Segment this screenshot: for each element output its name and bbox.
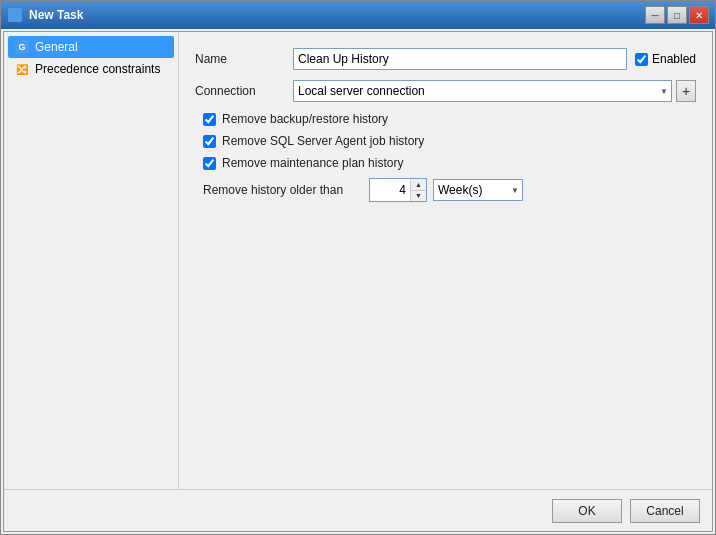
history-number-input[interactable] xyxy=(370,179,410,201)
general-icon: G xyxy=(14,39,30,55)
enabled-check-group: Enabled xyxy=(635,52,696,66)
connection-row: Connection Local server connection + xyxy=(195,80,696,102)
precedence-icon: 🔀 xyxy=(14,61,30,77)
checkbox-sqlagent[interactable] xyxy=(203,135,216,148)
spinner-up-button[interactable]: ▲ xyxy=(410,179,426,191)
checkbox-sqlagent-label: Remove SQL Server Agent job history xyxy=(222,134,424,148)
window-title: New Task xyxy=(29,8,639,22)
checkbox-maintenance[interactable] xyxy=(203,157,216,170)
name-label: Name xyxy=(195,52,285,66)
period-select[interactable]: Day(s) Week(s) Month(s) xyxy=(433,179,523,201)
content-area: G General 🔀 Precedence constraints Name xyxy=(4,32,712,489)
number-input-wrapper: ▲ ▼ xyxy=(369,178,427,202)
enabled-label: Enabled xyxy=(652,52,696,66)
checkbox-row-0: Remove backup/restore history xyxy=(195,112,696,126)
name-input[interactable] xyxy=(293,48,627,70)
sidebar: G General 🔀 Precedence constraints xyxy=(4,32,179,489)
minimize-button[interactable]: ─ xyxy=(645,6,665,24)
footer: OK Cancel xyxy=(4,489,712,531)
connection-select[interactable]: Local server connection xyxy=(293,80,672,102)
window-controls: ─ □ ✕ xyxy=(645,6,709,24)
connection-label: Connection xyxy=(195,84,285,98)
cancel-button[interactable]: Cancel xyxy=(630,499,700,523)
enabled-checkbox[interactable] xyxy=(635,53,648,66)
sidebar-item-precedence[interactable]: 🔀 Precedence constraints xyxy=(8,58,174,80)
history-label: Remove history older than xyxy=(203,183,363,197)
ok-button[interactable]: OK xyxy=(552,499,622,523)
sidebar-label-general: General xyxy=(35,40,78,54)
period-select-wrapper: Day(s) Week(s) Month(s) xyxy=(433,179,523,201)
spinner-buttons: ▲ ▼ xyxy=(410,179,426,201)
checkbox-row-2: Remove maintenance plan history xyxy=(195,156,696,170)
maximize-button[interactable]: □ xyxy=(667,6,687,24)
sidebar-label-precedence: Precedence constraints xyxy=(35,62,160,76)
main-panel: Name Enabled Connection Local server con… xyxy=(179,32,712,489)
history-row: Remove history older than ▲ ▼ Day(s) Wee… xyxy=(195,178,696,202)
name-row: Name Enabled xyxy=(195,48,696,70)
connection-add-button[interactable]: + xyxy=(676,80,696,102)
window-body: G General 🔀 Precedence constraints Name xyxy=(3,31,713,532)
new-task-window: New Task ─ □ ✕ G General 🔀 xyxy=(0,0,716,535)
connection-select-wrapper: Local server connection xyxy=(293,80,672,102)
checkbox-maintenance-label: Remove maintenance plan history xyxy=(222,156,403,170)
checkbox-row-1: Remove SQL Server Agent job history xyxy=(195,134,696,148)
close-button[interactable]: ✕ xyxy=(689,6,709,24)
title-bar: New Task ─ □ ✕ xyxy=(1,1,715,29)
window-icon xyxy=(7,7,23,23)
checkbox-backup[interactable] xyxy=(203,113,216,126)
spinner-down-button[interactable]: ▼ xyxy=(410,191,426,202)
sidebar-item-general[interactable]: G General xyxy=(8,36,174,58)
checkbox-backup-label: Remove backup/restore history xyxy=(222,112,388,126)
